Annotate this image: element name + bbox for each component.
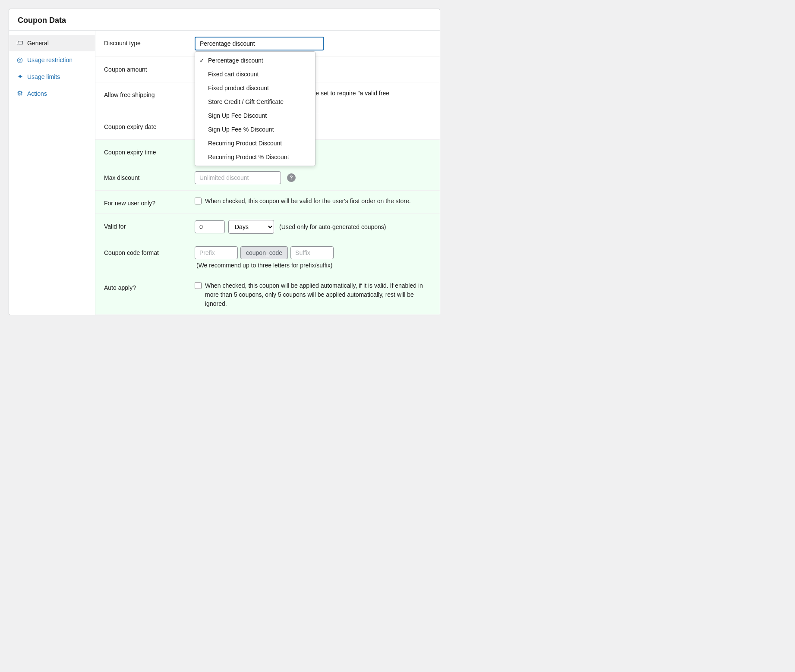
max-discount-row: Max discount ? [95,165,440,191]
dropdown-option-signup-fee-percent[interactable]: Sign Up Fee % Discount [195,122,315,136]
valid-for-inputs: Days Weeks Months (Used only for auto-ge… [195,220,431,234]
valid-for-row: Valid for Days Weeks Months (Used only f… [95,214,440,240]
code-format-hint: (We recommend up to three letters for pr… [196,262,332,269]
dropdown-option-fixed-product[interactable]: Fixed product discount [195,81,315,95]
valid-for-hint: (Used only for auto-generated coupons) [279,223,386,230]
dropdown-option-fixed-cart[interactable]: Fixed cart discount [195,67,315,81]
new-user-field: When checked, this coupon will be valid … [195,197,431,206]
new-user-checkbox[interactable] [195,198,202,204]
panel-body: 🏷 General ◎ Usage restriction ✦ Usage li… [9,31,440,315]
auto-apply-checkbox-row: When checked, this coupon will be applie… [195,281,431,308]
code-format-label: Coupon code format [104,246,190,257]
dropdown-option-recurring-product[interactable]: Recurring Product Discount [195,136,315,150]
restriction-icon: ◎ [16,56,24,64]
sidebar-item-actions[interactable]: ⚙ Actions [9,85,95,102]
sidebar: 🏷 General ◎ Usage restriction ✦ Usage li… [9,31,95,315]
new-user-checkbox-row: When checked, this coupon will be valid … [195,197,431,206]
auto-apply-field: When checked, this coupon will be applie… [195,281,431,308]
panel-title: Coupon Data [9,9,440,31]
coupon-amount-label: Coupon amount [104,63,190,74]
max-discount-label: Max discount [104,171,190,182]
discount-type-field: Percentage discount Fixed cart discount … [195,37,431,50]
dropdown-option-recurring-percent[interactable]: Recurring Product % Discount [195,150,315,164]
discount-type-input[interactable] [195,37,324,50]
max-discount-help-icon[interactable]: ? [287,173,296,182]
discount-type-row: Discount type Percentage discount Fixed … [95,31,440,57]
discount-type-menu: Percentage discount Fixed cart discount … [195,51,315,166]
auto-apply-label: Auto apply? [104,281,190,292]
discount-type-dropdown[interactable]: Percentage discount Fixed cart discount … [195,37,324,50]
dropdown-option-signup-fee[interactable]: Sign Up Fee Discount [195,109,315,122]
code-format-inputs: coupon_code (We recommend up to three le… [195,246,431,269]
discount-type-label: Discount type [104,37,190,48]
valid-for-label: Valid for [104,220,190,231]
new-user-label: For new user only? [104,197,190,208]
valid-for-number-input[interactable] [195,220,225,233]
new-user-description: When checked, this coupon will be valid … [205,197,411,206]
valid-for-field: Days Weeks Months (Used only for auto-ge… [195,220,431,234]
coupon-data-panel: Coupon Data 🏷 General ◎ Usage restrictio… [9,9,440,315]
expiry-time-label: Coupon expiry time [104,146,190,157]
tag-icon: 🏷 [16,39,24,47]
sidebar-item-general[interactable]: 🏷 General [9,35,95,51]
max-discount-input[interactable] [195,171,281,184]
sidebar-label-usage-restriction: Usage restriction [27,57,73,63]
prefix-input[interactable] [195,246,238,259]
sidebar-label-general: General [27,40,49,47]
code-format-row: Coupon code format coupon_code (We recom… [95,240,440,275]
coupon-code-middle: coupon_code [240,246,288,259]
code-format-field: coupon_code (We recommend up to three le… [195,246,431,269]
sidebar-label-usage-limits: Usage limits [27,73,60,80]
main-content: Discount type Percentage discount Fixed … [95,31,440,315]
auto-apply-description: When checked, this coupon will be applie… [205,281,431,308]
dropdown-option-store-credit[interactable]: Store Credit / Gift Certificate [195,95,315,109]
auto-apply-row: Auto apply? When checked, this coupon wi… [95,275,440,315]
free-shipping-label: Allow free shipping [104,88,190,100]
sidebar-item-usage-restriction[interactable]: ◎ Usage restriction [9,51,95,68]
dropdown-option-percentage[interactable]: Percentage discount [195,53,315,67]
valid-for-unit-select[interactable]: Days Weeks Months [228,220,274,234]
actions-icon: ⚙ [16,89,24,97]
limits-icon: ✦ [16,72,24,81]
expiry-date-label: Coupon expiry date [104,120,190,132]
sidebar-label-actions: Actions [27,90,47,97]
new-user-row: For new user only? When checked, this co… [95,191,440,214]
auto-apply-checkbox[interactable] [195,282,202,289]
suffix-input[interactable] [290,246,334,259]
max-discount-field: ? [195,171,431,184]
sidebar-item-usage-limits[interactable]: ✦ Usage limits [9,68,95,85]
